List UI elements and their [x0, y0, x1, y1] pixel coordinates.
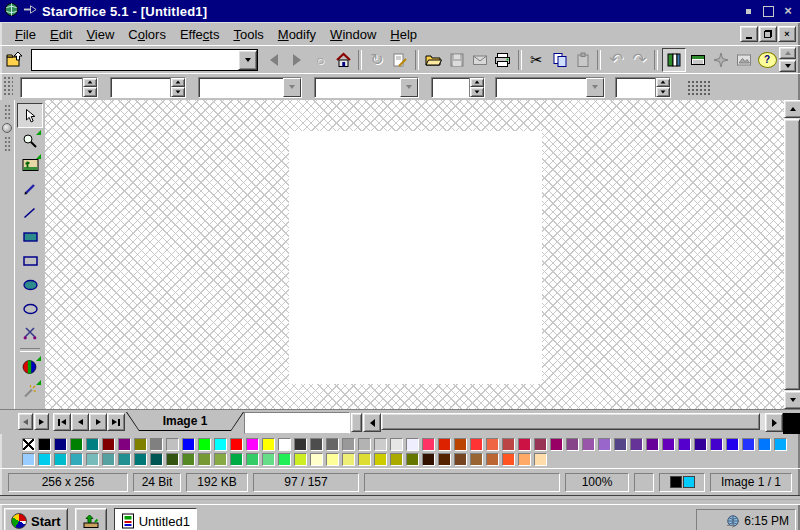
navigation-icon[interactable]	[710, 49, 732, 71]
color-swatch[interactable]	[422, 438, 435, 451]
color-swatch[interactable]	[678, 438, 691, 451]
document-restore-button[interactable]	[759, 26, 777, 42]
color-swatch[interactable]	[294, 438, 307, 451]
color-swatch[interactable]	[278, 438, 291, 451]
color-swatch[interactable]	[230, 453, 243, 466]
dock-knob[interactable]	[2, 123, 12, 133]
color-swatch[interactable]	[390, 438, 403, 451]
scroll-right-icon[interactable]	[765, 413, 783, 432]
beamer-icon[interactable]	[687, 49, 709, 71]
color-swatch[interactable]	[742, 438, 755, 451]
color-swatch[interactable]	[518, 453, 531, 466]
toolbar-scroll-buttons[interactable]	[779, 47, 796, 72]
foreground-color-swatch[interactable]	[670, 476, 682, 488]
scroll-down-icon[interactable]	[784, 391, 800, 409]
menu-edit[interactable]: Edit	[43, 25, 79, 44]
option-spin-field-2[interactable]	[110, 77, 186, 98]
edit-file-icon[interactable]	[389, 49, 411, 71]
color-swatch[interactable]	[614, 438, 627, 451]
zoom-tool[interactable]	[18, 129, 42, 152]
color-swatch[interactable]	[262, 453, 275, 466]
menu-window[interactable]: Window	[323, 25, 383, 44]
color-swatch[interactable]	[134, 453, 147, 466]
color-swatch[interactable]	[358, 438, 371, 451]
rectangle-tool[interactable]	[18, 249, 42, 272]
option-dropdown-1[interactable]	[198, 77, 302, 98]
color-swatch[interactable]	[390, 453, 403, 466]
option-dropdown-2[interactable]	[314, 77, 419, 98]
first-tab-icon[interactable]	[53, 413, 71, 431]
explorer-icon[interactable]	[662, 48, 686, 72]
send-mail-icon[interactable]	[469, 49, 491, 71]
titlebar[interactable]: StarOffice 5.1 - [Untitled1] ×	[0, 0, 800, 22]
color-swatch[interactable]	[326, 453, 339, 466]
tab-image-1[interactable]: Image 1	[126, 412, 244, 431]
color-swatch[interactable]	[726, 438, 739, 451]
color-swatch[interactable]	[134, 438, 147, 451]
menu-modify[interactable]: Modify	[271, 25, 323, 44]
taskbar-clock[interactable]: 6:15 PM	[696, 509, 796, 530]
color-swatch[interactable]	[438, 438, 451, 451]
crop-tool[interactable]	[18, 321, 42, 344]
open-icon[interactable]	[423, 49, 445, 71]
color-swatch[interactable]	[198, 453, 211, 466]
color-swatch[interactable]	[278, 453, 291, 466]
color-swatch[interactable]	[246, 438, 259, 451]
copy-icon[interactable]	[549, 49, 571, 71]
color-swatch[interactable]	[470, 453, 483, 466]
last-tab-icon[interactable]	[107, 413, 125, 431]
image-surface[interactable]	[289, 131, 542, 384]
color-swatch[interactable]	[406, 453, 419, 466]
color-swatch[interactable]	[774, 438, 787, 451]
color-swatch[interactable]	[118, 453, 131, 466]
color-swatch[interactable]	[646, 438, 659, 451]
transparent-color-swatch[interactable]	[22, 438, 35, 451]
dock-grip[interactable]	[4, 136, 11, 152]
load-url-icon[interactable]	[4, 49, 26, 71]
color-swatch[interactable]	[214, 453, 227, 466]
option-spin-field-1[interactable]	[20, 77, 98, 98]
toolbar-scroll-up-icon[interactable]	[779, 47, 796, 59]
color-swatch[interactable]	[182, 453, 195, 466]
cut-icon[interactable]: ✂	[526, 49, 548, 71]
color-swatch[interactable]	[214, 438, 227, 451]
color-swatch[interactable]	[662, 438, 675, 451]
menu-tools[interactable]: Tools	[226, 25, 270, 44]
window-close-button[interactable]: ×	[780, 4, 796, 18]
document-minimize-button[interactable]	[740, 26, 758, 42]
option-toolbar-grip[interactable]	[3, 76, 13, 96]
show-desktop-button[interactable]	[75, 508, 107, 530]
vertical-scroll-thumb[interactable]	[784, 119, 800, 390]
color-swatch[interactable]	[470, 438, 483, 451]
paste-icon[interactable]	[572, 49, 594, 71]
previous-tab-icon[interactable]	[71, 413, 89, 431]
color-swatch[interactable]	[230, 438, 243, 451]
url-dropdown-button[interactable]	[238, 50, 257, 70]
color-swatch[interactable]	[486, 453, 499, 466]
menu-file[interactable]: File	[8, 25, 43, 44]
color-swatch[interactable]	[294, 453, 307, 466]
ellipse-tool[interactable]	[18, 297, 42, 320]
color-swatch[interactable]	[358, 453, 371, 466]
color-swatch[interactable]	[166, 453, 179, 466]
print-icon[interactable]	[492, 49, 514, 71]
option-spin-field-3[interactable]	[431, 77, 485, 98]
tools-scroll-right-icon[interactable]	[34, 413, 49, 430]
horizontal-scroll-thumb[interactable]	[381, 413, 760, 430]
dock-grip[interactable]	[4, 104, 11, 120]
scroll-left-icon[interactable]	[363, 413, 381, 432]
url-input[interactable]	[32, 50, 238, 70]
color-swatch[interactable]	[326, 438, 339, 451]
color-swatch[interactable]	[54, 453, 67, 466]
option-spin-field-4[interactable]	[615, 77, 671, 98]
color-swatch[interactable]	[86, 453, 99, 466]
pen-tool[interactable]	[18, 177, 42, 200]
back-icon[interactable]	[263, 49, 285, 71]
toolbar-scroll-down-icon[interactable]	[779, 60, 796, 72]
explorer-dock-strip[interactable]	[0, 100, 15, 409]
color-swatch[interactable]	[486, 438, 499, 451]
menu-view[interactable]: View	[79, 25, 121, 44]
color-swatch[interactable]	[582, 438, 595, 451]
color-swatch[interactable]	[38, 438, 51, 451]
color-swatch[interactable]	[54, 438, 67, 451]
